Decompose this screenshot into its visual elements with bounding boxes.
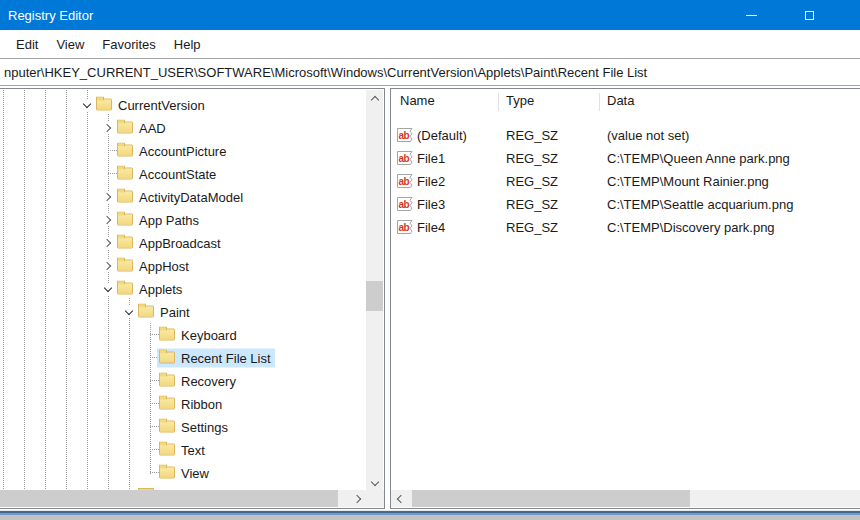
tree-item-label: AppBroadcast [139, 235, 221, 250]
tree-item-recovery[interactable]: Recovery [0, 369, 366, 392]
address-path: nputer\HKEY_CURRENT_USER\SOFTWARE\Micros… [4, 65, 647, 80]
tree-item-label: View [181, 465, 209, 480]
tree-item-accountstate[interactable]: AccountState [0, 162, 366, 185]
tree-item-body[interactable]: Settings [157, 417, 232, 436]
value-row-file4[interactable]: ab File4REG_SZC:\TEMP\Discovery park.png [391, 215, 860, 238]
caption-buttons [722, 0, 860, 30]
reg-sz-string-icon: ab [397, 197, 414, 211]
folder-icon [159, 398, 175, 410]
tree-item-body[interactable]: AAD [115, 118, 170, 137]
scroll-right-icon[interactable] [350, 490, 367, 507]
chevron-right-icon[interactable] [102, 191, 114, 203]
menubar: EditViewFavoritesHelp [0, 30, 860, 58]
tree-item-label: Settings [181, 419, 228, 434]
chevron-down-icon[interactable] [81, 99, 93, 111]
list-pane: NameTypeData ab (Default)REG_SZ(value no… [390, 88, 860, 509]
tree-item-body[interactable]: Ribbon [157, 394, 226, 413]
tree-item-recent-file-list[interactable]: Recent File List [0, 346, 366, 369]
tree-vscroll-thumb[interactable] [366, 281, 383, 311]
list-hscroll-thumb[interactable] [412, 490, 690, 507]
tree-item-paint[interactable]: Paint [0, 300, 366, 323]
window-title: Registry Editor [0, 8, 93, 23]
tree-item-body[interactable]: Applets [115, 279, 186, 298]
tree-item-ribbon[interactable]: Ribbon [0, 392, 366, 415]
maximize-button[interactable] [780, 0, 838, 30]
reg-sz-string-icon: ab [397, 220, 414, 234]
value-list: ab (Default)REG_SZ(value not set) ab Fil… [391, 123, 860, 491]
tree-item-body[interactable]: Recovery [157, 371, 240, 390]
main-area: CurrentVersionAADAccountPictureAccountSt… [0, 88, 860, 510]
registry-tree: CurrentVersionAADAccountPictureAccountSt… [0, 90, 366, 492]
value-data: C:\TEMP\Queen Anne park.png [607, 150, 790, 165]
chevron-down-icon[interactable] [123, 306, 135, 318]
tree-item-body[interactable]: Keyboard [157, 325, 241, 344]
tree-item-body[interactable]: View [157, 463, 213, 482]
folder-icon [117, 237, 133, 249]
value-type: REG_SZ [506, 219, 558, 234]
tree-item-apphost[interactable]: AppHost [0, 254, 366, 277]
tree-item-accountpicture[interactable]: AccountPicture [0, 139, 366, 162]
tree-item-body[interactable]: Recent File List [157, 348, 275, 367]
value-row-file1[interactable]: ab File1REG_SZC:\TEMP\Queen Anne park.pn… [391, 146, 860, 169]
folder-icon [117, 191, 133, 203]
tree-item-appbroadcast[interactable]: AppBroadcast [0, 231, 366, 254]
column-separator [599, 93, 600, 111]
folder-icon [159, 329, 175, 341]
value-type: REG_SZ [506, 150, 558, 165]
value-type: REG_SZ [506, 127, 558, 142]
list-header: NameTypeData [391, 89, 860, 113]
menu-favorites[interactable]: Favorites [93, 30, 164, 58]
value-row-default[interactable]: ab (Default)REG_SZ(value not set) [391, 123, 860, 146]
folder-icon [159, 375, 175, 387]
tree-item-activitydatamodel[interactable]: ActivityDataModel [0, 185, 366, 208]
tree-item-body[interactable]: App Paths [115, 210, 203, 229]
column-header-type[interactable]: Type [506, 93, 534, 108]
tree-item-body[interactable]: ActivityDataModel [115, 187, 247, 206]
tree-item-body[interactable]: AppHost [115, 256, 193, 275]
tree-item-text[interactable]: Text [0, 438, 366, 461]
tree-pane: CurrentVersionAADAccountPictureAccountSt… [0, 88, 385, 509]
titlebar[interactable]: Registry Editor [0, 0, 860, 30]
chevron-right-icon[interactable] [102, 260, 114, 272]
tree-item-label: App Paths [139, 212, 199, 227]
chevron-right-icon[interactable] [102, 122, 114, 134]
tree-item-body[interactable]: AccountState [115, 164, 220, 183]
svg-text:ab: ab [399, 198, 410, 209]
scroll-up-icon[interactable] [366, 90, 383, 107]
tree-item-body[interactable]: AccountPicture [115, 141, 230, 160]
tree-item-body[interactable]: AppBroadcast [115, 233, 225, 252]
menu-view[interactable]: View [47, 30, 93, 58]
column-header-name[interactable]: Name [400, 93, 435, 108]
column-header-data[interactable]: Data [607, 93, 634, 108]
scroll-left-icon[interactable] [391, 490, 408, 507]
reg-sz-string-icon: ab [397, 174, 414, 188]
chevron-right-icon[interactable] [102, 237, 114, 249]
value-name: File2 [417, 173, 445, 188]
tree-horizontal-scrollbar[interactable] [0, 490, 384, 507]
value-row-file2[interactable]: ab File2REG_SZC:\TEMP\Mount Rainier.png [391, 169, 860, 192]
minimize-button[interactable] [722, 0, 780, 30]
list-horizontal-scrollbar[interactable] [391, 490, 860, 507]
tree-item-body[interactable]: CurrentVersion [94, 95, 209, 114]
close-button[interactable] [838, 0, 860, 30]
tree-item-app-paths[interactable]: App Paths [0, 208, 366, 231]
value-data: C:\TEMP\Seattle acquarium.png [607, 196, 793, 211]
value-row-file3[interactable]: ab File3REG_SZC:\TEMP\Seattle acquarium.… [391, 192, 860, 215]
tree-item-body[interactable]: Paint [136, 302, 194, 321]
tree-item-body[interactable]: Text [157, 440, 209, 459]
tree-item-view[interactable]: View [0, 461, 366, 484]
tree-hscroll-thumb[interactable] [0, 490, 338, 507]
address-bar[interactable]: nputer\HKEY_CURRENT_USER\SOFTWARE\Micros… [0, 58, 860, 86]
chevron-down-icon[interactable] [102, 283, 114, 295]
tree-item-label: AAD [139, 120, 166, 135]
tree-item-currentversion[interactable]: CurrentVersion [0, 93, 366, 116]
tree-item-applets[interactable]: Applets [0, 277, 366, 300]
menu-edit[interactable]: Edit [7, 30, 47, 58]
svg-text:ab: ab [399, 221, 410, 232]
tree-item-aad[interactable]: AAD [0, 116, 366, 139]
tree-vertical-scrollbar[interactable] [366, 90, 383, 492]
tree-item-settings[interactable]: Settings [0, 415, 366, 438]
chevron-right-icon[interactable] [102, 214, 114, 226]
menu-help[interactable]: Help [165, 30, 210, 58]
tree-item-keyboard[interactable]: Keyboard [0, 323, 366, 346]
